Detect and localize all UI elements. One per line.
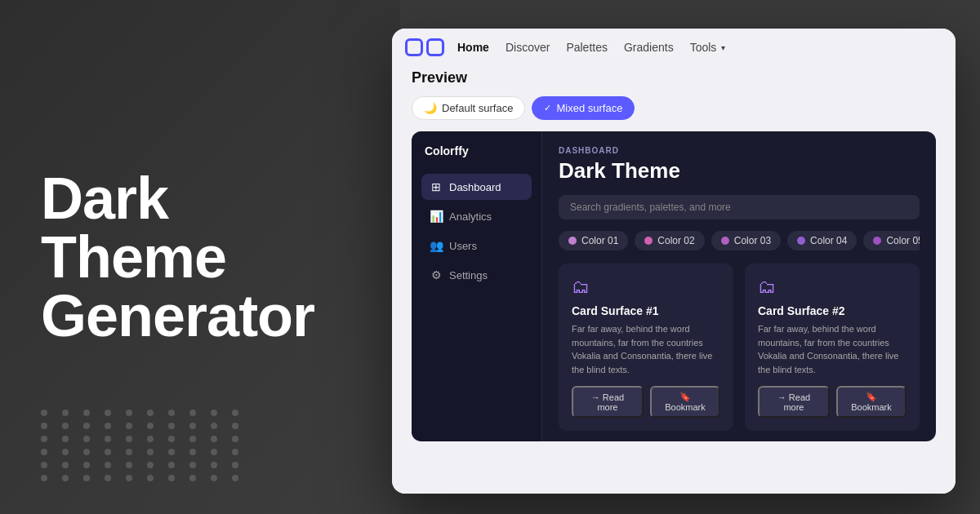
dot — [189, 436, 196, 442]
dot — [41, 423, 47, 429]
settings-icon: ⚙ — [430, 268, 443, 281]
dot — [168, 436, 175, 442]
nav-gradients[interactable]: Gradients — [624, 41, 674, 54]
color-chip-3[interactable]: Color 03 — [711, 231, 781, 250]
card-title: Card Surface #1 — [572, 304, 720, 317]
nav-tools[interactable]: Tools ▾ — [690, 41, 726, 54]
dot — [62, 423, 69, 429]
dot — [168, 410, 175, 416]
dot — [41, 462, 47, 468]
read-more-button[interactable]: → Read more — [572, 386, 644, 418]
section-label: DASHBOARD — [559, 146, 920, 155]
bookmark-button[interactable]: 🔖 Bookmark — [650, 386, 720, 418]
color-chip-1[interactable]: Color 01 — [559, 231, 628, 250]
dot — [189, 462, 196, 468]
card-actions: → Read more 🔖 Bookmark — [572, 386, 720, 418]
dot — [126, 449, 132, 455]
dot — [41, 436, 47, 442]
bookmark-button[interactable]: 🔖 Bookmark — [836, 386, 906, 418]
browser-content: Preview 🌙 Default surface ✓ Mixed surfac… — [392, 56, 956, 494]
chip-dot — [873, 237, 881, 245]
surface-buttons: 🌙 Default surface ✓ Mixed surface — [412, 96, 936, 120]
card-icon: 🗂 — [572, 277, 720, 298]
dot — [105, 436, 111, 442]
dot — [232, 410, 238, 416]
dot — [126, 423, 132, 429]
hero-title: Dark Theme Generator — [41, 169, 359, 345]
dot — [126, 475, 132, 481]
dot — [41, 449, 47, 455]
sidebar-item-analytics[interactable]: 📊 Analytics — [421, 203, 532, 229]
dot — [83, 423, 90, 429]
browser-nav: Home Discover Palettes Gradients Tools ▾ — [457, 41, 725, 54]
color-chips: Color 01Color 02Color 03Color 04Color 05 — [559, 231, 920, 250]
sidebar: Colorffy ⊞ Dashboard 📊 Analytics 👥 Users — [412, 131, 542, 441]
users-icon: 👥 — [430, 239, 443, 252]
color-chip-5[interactable]: Color 05 — [863, 231, 920, 250]
dot — [211, 462, 217, 468]
right-panel: Home Discover Palettes Gradients Tools ▾… — [376, 0, 980, 514]
nav-home[interactable]: Home — [457, 41, 489, 54]
dot — [83, 475, 90, 481]
dot — [232, 475, 238, 481]
dot — [62, 410, 69, 416]
chevron-down-icon: ▾ — [721, 43, 725, 52]
search-bar[interactable]: Search gradients, palettes, and more — [559, 195, 920, 219]
sidebar-item-settings[interactable]: ⚙ Settings — [421, 262, 532, 288]
left-panel: Dark Theme Generator — [0, 0, 400, 514]
read-more-button[interactable]: → Read more — [758, 386, 830, 418]
dot — [168, 462, 175, 468]
logo-square-1 — [405, 38, 423, 56]
card-title: Card Surface #2 — [758, 304, 906, 317]
chip-dot — [568, 237, 577, 245]
dot — [147, 436, 154, 442]
chip-dot — [644, 237, 653, 245]
card-actions: → Read more 🔖 Bookmark — [758, 386, 906, 418]
dot — [147, 410, 154, 416]
card-text: Far far away, behind the word mountains,… — [758, 322, 906, 376]
dot — [126, 462, 132, 468]
dot — [232, 436, 238, 442]
sidebar-item-dashboard[interactable]: ⊞ Dashboard — [421, 174, 532, 200]
default-surface-button[interactable]: 🌙 Default surface — [412, 96, 525, 120]
dot — [62, 436, 69, 442]
browser-logo — [405, 38, 444, 56]
logo-square-2 — [426, 38, 444, 56]
dot — [105, 449, 111, 455]
browser-window: Home Discover Palettes Gradients Tools ▾… — [392, 29, 956, 494]
nav-discover[interactable]: Discover — [506, 41, 550, 54]
dot — [105, 475, 111, 481]
color-chip-4[interactable]: Color 04 — [787, 231, 857, 250]
check-icon: ✓ — [544, 103, 551, 113]
dot — [232, 462, 238, 468]
dashboard-title: Dark Theme — [559, 158, 920, 184]
cards-row: 🗂 Card Surface #1 Far far away, behind t… — [559, 264, 920, 431]
dot-grid — [41, 410, 247, 481]
dot — [168, 475, 175, 481]
dot — [189, 410, 196, 416]
color-chip-2[interactable]: Color 02 — [635, 231, 704, 250]
dot — [105, 410, 111, 416]
mixed-surface-button[interactable]: ✓ Mixed surface — [532, 96, 635, 120]
dot — [211, 449, 217, 455]
card-1: 🗂 Card Surface #1 Far far away, behind t… — [559, 264, 733, 431]
dot — [62, 475, 69, 481]
browser-chrome: Home Discover Palettes Gradients Tools ▾ — [392, 29, 956, 56]
dot — [211, 436, 217, 442]
dot — [83, 410, 90, 416]
sidebar-item-users[interactable]: 👥 Users — [421, 233, 532, 259]
card-text: Far far away, behind the word mountains,… — [572, 322, 720, 376]
preview-label: Preview — [412, 69, 936, 86]
dot — [189, 475, 196, 481]
dot — [62, 449, 69, 455]
dot — [211, 475, 217, 481]
dot — [211, 410, 217, 416]
dot — [147, 475, 154, 481]
dot — [41, 475, 47, 481]
dot — [126, 436, 132, 442]
dot — [147, 462, 154, 468]
nav-palettes[interactable]: Palettes — [566, 41, 608, 54]
dark-preview: Colorffy ⊞ Dashboard 📊 Analytics 👥 Users — [412, 131, 936, 441]
sidebar-brand: Colorffy — [421, 144, 532, 157]
card-2: 🗂 Card Surface #2 Far far away, behind t… — [745, 264, 920, 431]
